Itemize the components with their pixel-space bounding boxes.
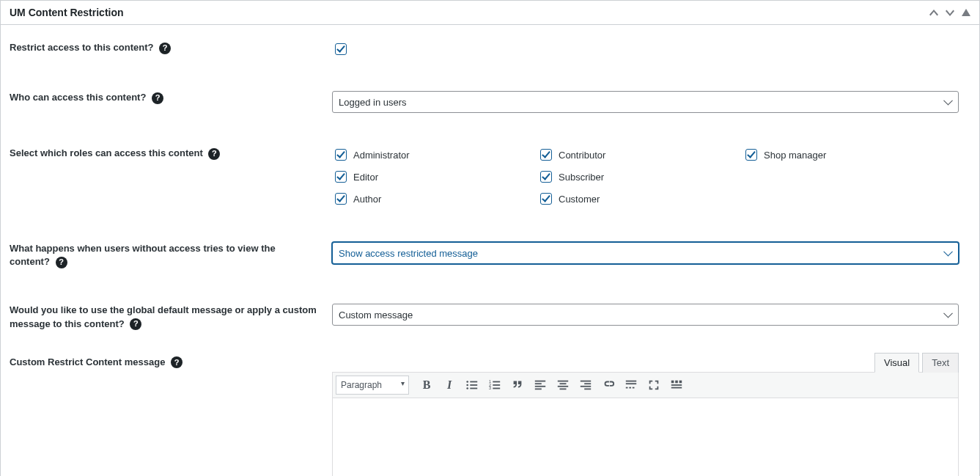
editor-toolbar: Paragraph B I 123 — [332, 372, 959, 398]
svg-point-4 — [466, 387, 468, 389]
role-item: Subscriber — [537, 169, 743, 185]
svg-rect-18 — [558, 386, 568, 387]
fullscreen-button[interactable] — [643, 375, 665, 395]
format-select[interactable]: Paragraph — [336, 376, 409, 395]
role-label: Shop manager — [764, 150, 826, 161]
link-button[interactable] — [597, 375, 619, 395]
role-item: Author — [332, 191, 537, 207]
no-access-action-select[interactable]: Show access restricted message — [332, 242, 959, 264]
role-item: Editor — [332, 169, 537, 185]
bold-button[interactable]: B — [416, 375, 438, 395]
panel-title: UM Content Restriction — [1, 1, 133, 24]
panel-handle-actions — [929, 9, 979, 16]
role-checkbox[interactable] — [745, 149, 757, 161]
tab-text[interactable]: Text — [922, 353, 959, 373]
svg-point-0 — [466, 381, 468, 383]
who-can-access-select[interactable]: Logged in users — [332, 91, 959, 113]
format-select-wrap: Paragraph — [336, 376, 409, 395]
roles-grid: AdministratorContributorShop managerEdit… — [332, 147, 959, 207]
message-type-select-wrap: Custom message — [332, 304, 959, 326]
svg-rect-27 — [629, 387, 631, 388]
label-message-type: Would you like to use the global default… — [10, 304, 332, 330]
help-icon[interactable]: ? — [208, 148, 220, 160]
panel-body: Restrict access to this content? ? Who c… — [1, 25, 979, 476]
svg-rect-7 — [493, 381, 500, 382]
label-no-access-action: What happens when users without access t… — [10, 242, 332, 268]
svg-rect-12 — [535, 380, 545, 381]
role-label: Subscriber — [559, 172, 604, 183]
role-item: Contributor — [537, 147, 743, 163]
role-checkbox[interactable] — [540, 171, 552, 183]
svg-rect-30 — [675, 380, 678, 383]
align-left-button[interactable] — [529, 375, 551, 395]
field-custom-message: Custom Restrict Content message ? Visual… — [10, 331, 970, 476]
help-icon[interactable]: ? — [159, 43, 171, 54]
svg-rect-23 — [584, 388, 591, 389]
svg-rect-1 — [470, 381, 477, 382]
svg-rect-28 — [633, 387, 635, 388]
svg-rect-22 — [581, 386, 591, 387]
svg-point-2 — [466, 384, 468, 386]
svg-rect-19 — [560, 388, 567, 389]
role-checkbox[interactable] — [335, 149, 347, 161]
move-down-icon[interactable] — [946, 10, 954, 16]
italic-button[interactable]: I — [438, 375, 460, 395]
restrict-access-checkbox[interactable] — [335, 43, 347, 55]
field-roles: Select which roles can access this conte… — [10, 113, 970, 207]
role-item: Administrator — [332, 147, 537, 163]
align-right-button[interactable] — [575, 375, 597, 395]
message-type-select[interactable]: Custom message — [332, 304, 959, 326]
help-icon[interactable]: ? — [130, 318, 141, 330]
role-item: Shop manager — [743, 147, 948, 163]
role-checkbox[interactable] — [335, 193, 347, 205]
tab-visual[interactable]: Visual — [874, 353, 919, 373]
label-roles: Select which roles can access this conte… — [10, 147, 332, 207]
role-item — [743, 191, 948, 207]
svg-rect-14 — [535, 386, 545, 387]
svg-rect-24 — [626, 380, 636, 381]
svg-rect-21 — [584, 383, 591, 384]
who-can-access-select-wrap: Logged in users — [332, 91, 959, 113]
svg-rect-3 — [470, 384, 477, 386]
bulleted-list-button[interactable] — [461, 375, 483, 395]
svg-rect-31 — [679, 380, 682, 383]
role-checkbox[interactable] — [540, 149, 552, 161]
help-icon[interactable]: ? — [56, 257, 67, 268]
svg-rect-25 — [626, 383, 636, 384]
blockquote-button[interactable] — [506, 375, 528, 395]
role-checkbox[interactable] — [335, 171, 347, 183]
read-more-button[interactable] — [620, 375, 642, 395]
field-no-access-action: What happens when users without access t… — [10, 207, 970, 268]
svg-rect-29 — [671, 380, 674, 383]
role-label: Editor — [353, 172, 378, 183]
align-center-button[interactable] — [552, 375, 574, 395]
label-custom-message: Custom Restrict Content message ? — [10, 351, 332, 476]
svg-rect-32 — [671, 384, 682, 386]
svg-rect-15 — [535, 388, 542, 389]
field-restrict-access: Restrict access to this content? ? — [10, 25, 970, 57]
help-icon[interactable]: ? — [171, 356, 183, 368]
svg-rect-26 — [626, 387, 628, 388]
numbered-list-button[interactable]: 123 — [484, 375, 506, 395]
move-up-icon[interactable] — [929, 10, 938, 16]
role-label: Administrator — [353, 150, 410, 161]
toggle-panel-icon[interactable] — [962, 9, 970, 16]
role-label: Contributor — [559, 150, 605, 161]
field-message-type: Would you like to use the global default… — [10, 268, 970, 330]
role-label: Author — [353, 194, 381, 205]
no-access-action-select-wrap: Show access restricted message — [332, 242, 959, 264]
editor-tabs: Visual Text — [332, 353, 959, 373]
toolbar-toggle-button[interactable] — [666, 375, 688, 395]
svg-rect-13 — [535, 383, 542, 384]
label-who-can-access: Who can access this content? ? — [10, 91, 332, 113]
svg-rect-33 — [671, 387, 682, 388]
role-item: Customer — [537, 191, 743, 207]
help-icon[interactable]: ? — [152, 92, 163, 104]
editor-content-area[interactable] — [332, 398, 959, 476]
role-item — [743, 169, 948, 185]
svg-rect-5 — [470, 387, 477, 389]
panel-header: UM Content Restriction — [1, 1, 979, 25]
svg-rect-11 — [493, 387, 500, 389]
um-content-restriction-panel: UM Content Restriction Restrict access t… — [0, 0, 980, 476]
role-checkbox[interactable] — [540, 193, 552, 205]
